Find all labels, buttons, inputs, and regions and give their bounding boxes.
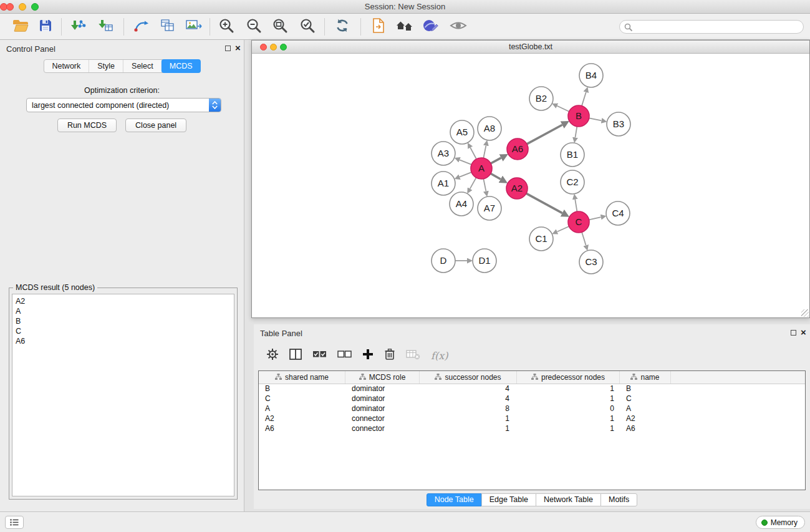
graph-node-C3[interactable]: C3	[579, 250, 603, 274]
open-session-button[interactable]	[9, 17, 32, 36]
export-image-button[interactable]	[182, 17, 206, 36]
graph-node-A1[interactable]: A1	[432, 172, 455, 195]
table-row[interactable]: Cdominator41C	[259, 394, 805, 404]
graph-edge-A-A7[interactable]	[483, 179, 486, 191]
graph-node-B3[interactable]: B3	[607, 112, 630, 136]
result-item[interactable]: C	[16, 326, 231, 336]
tab-motifs[interactable]: Motifs	[600, 493, 637, 506]
task-history-button[interactable]	[5, 516, 24, 529]
memory-button[interactable]: Memory	[756, 516, 805, 529]
run-mcds-button[interactable]: Run MCDS	[57, 118, 117, 132]
graph-edge-B-B2[interactable]	[557, 106, 569, 112]
tab-network-table[interactable]: Network Table	[536, 493, 601, 506]
graph-node-A3[interactable]: A3	[432, 142, 455, 165]
graph-edge-A-A6[interactable]	[491, 158, 501, 163]
zoom-in-button[interactable]	[215, 17, 238, 36]
table-row[interactable]: Adominator80A	[259, 404, 805, 414]
zoom-window-button[interactable]	[31, 3, 39, 11]
minimize-network-window-button[interactable]	[270, 44, 277, 51]
graph-node-B2[interactable]: B2	[529, 87, 553, 110]
graph-edge-B-B3[interactable]	[589, 118, 602, 120]
show-columns-button[interactable]	[289, 349, 302, 362]
save-session-button[interactable]	[34, 17, 57, 36]
graph-edge-C-C3[interactable]	[582, 232, 586, 245]
graph-node-B1[interactable]: B1	[561, 143, 584, 167]
column-header-MCDS-role[interactable]: MCDS role	[345, 371, 420, 384]
table-settings-button[interactable]	[266, 348, 279, 363]
float-panel-icon[interactable]	[225, 46, 231, 51]
show-details-button[interactable]	[446, 17, 470, 36]
graph-node-C1[interactable]: C1	[529, 227, 553, 251]
search-box[interactable]	[619, 20, 804, 34]
graph-node-A2[interactable]: A2	[506, 178, 528, 199]
graph-node-C4[interactable]: C4	[606, 201, 630, 225]
delete-column-button[interactable]	[384, 348, 395, 363]
float-panel-icon[interactable]	[791, 330, 796, 336]
graph-edge-B-B4[interactable]	[582, 92, 586, 106]
mcds-result-list[interactable]: A2ABCA6	[12, 294, 234, 496]
column-header-successor-nodes[interactable]: successor nodes	[420, 371, 517, 384]
column-header-shared-name[interactable]: shared name	[259, 371, 345, 384]
graph-node-A6[interactable]: A6	[507, 138, 528, 160]
window-resize-grip[interactable]	[801, 309, 809, 317]
graph-edge-A2-C[interactable]	[526, 193, 562, 213]
network-graph[interactable]: B4B2BB3A5A8A6B1A3AC2A1A2A4A7C4CC1C3DD1	[252, 54, 809, 317]
graph-node-C2[interactable]: C2	[561, 170, 584, 194]
graph-edge-A6-B[interactable]	[527, 125, 562, 144]
table-row[interactable]: A6connector11A6	[259, 424, 805, 434]
new-network-button[interactable]	[130, 17, 153, 36]
function-builder-button[interactable]: f(x)	[431, 350, 448, 362]
graph-edge-C-C2[interactable]	[575, 200, 577, 212]
minimize-window-button[interactable]	[19, 3, 26, 11]
graph-edge-A-A3[interactable]	[460, 160, 471, 165]
tab-edge-table[interactable]: Edge Table	[481, 493, 536, 506]
result-item[interactable]: A	[16, 306, 231, 316]
graph-node-A[interactable]: A	[471, 158, 492, 179]
graph-node-C[interactable]: C	[568, 211, 589, 233]
graph-edge-A-A5[interactable]	[470, 148, 476, 159]
table-row[interactable]: Bdominator41B	[259, 384, 805, 394]
close-panel-button[interactable]: Close panel	[125, 118, 186, 132]
graph-edge-B-B1[interactable]	[576, 127, 577, 138]
zoom-network-window-button[interactable]	[280, 44, 287, 51]
graph-node-D1[interactable]: D1	[473, 249, 496, 273]
zoom-fit-button[interactable]	[268, 17, 292, 36]
graph-node-D[interactable]: D	[432, 249, 455, 273]
network-file-button[interactable]	[367, 17, 390, 36]
result-item[interactable]: B	[16, 316, 231, 326]
graph-edge-C-C4[interactable]	[589, 217, 601, 220]
layout-home-button[interactable]	[393, 17, 417, 36]
delete-table-button[interactable]	[406, 349, 420, 362]
close-panel-icon[interactable]: ×	[235, 42, 241, 54]
close-window-button[interactable]	[6, 3, 14, 11]
tab-style[interactable]: Style	[89, 60, 123, 72]
tab-network[interactable]: Network	[44, 60, 89, 72]
import-table-button[interactable]	[94, 17, 117, 36]
tab-mcds[interactable]: MCDS	[162, 59, 201, 73]
tab-node-table[interactable]: Node Table	[427, 493, 482, 506]
criterion-dropdown[interactable]: largest connected component (directed)	[26, 98, 221, 112]
network-canvas[interactable]: B4B2BB3A5A8A6B1A3AC2A1A2A4A7C4CC1C3DD1	[252, 54, 809, 317]
zoom-selected-button[interactable]	[296, 17, 319, 36]
column-header-predecessor-nodes[interactable]: predecessor nodes	[517, 371, 620, 384]
graph-edge-A-A2[interactable]	[491, 173, 501, 179]
close-network-window-button[interactable]	[260, 44, 267, 51]
clone-network-button[interactable]	[156, 17, 180, 36]
refresh-layout-button[interactable]	[330, 17, 354, 36]
table-row[interactable]: A2connector11A2	[259, 414, 805, 424]
tab-select[interactable]: Select	[123, 60, 162, 72]
column-header-name[interactable]: name	[620, 371, 671, 384]
graph-node-A5[interactable]: A5	[450, 120, 474, 144]
unselect-all-button[interactable]	[337, 350, 352, 361]
graph-edge-A-A4[interactable]	[470, 178, 476, 189]
graph-node-B4[interactable]: B4	[579, 64, 603, 87]
search-input[interactable]	[636, 21, 799, 32]
graph-node-A8[interactable]: A8	[478, 117, 501, 140]
import-network-button[interactable]	[66, 17, 90, 36]
result-item[interactable]: A6	[16, 336, 231, 346]
graph-edge-C-C1[interactable]	[557, 226, 569, 232]
zoom-out-button[interactable]	[242, 17, 266, 36]
graph-node-A4[interactable]: A4	[450, 192, 473, 216]
annotation-button[interactable]	[419, 17, 443, 36]
graph-node-B[interactable]: B	[568, 105, 589, 127]
